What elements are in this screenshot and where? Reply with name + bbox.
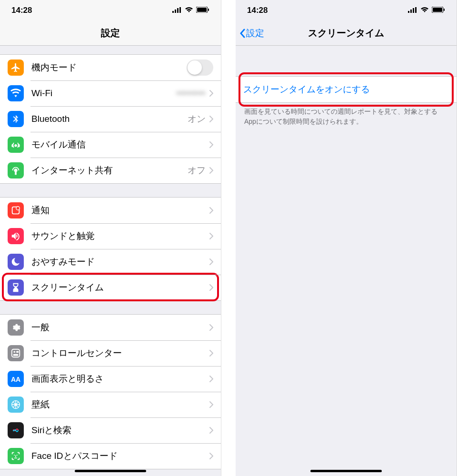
status-bar: 14:28 xyxy=(236,0,457,21)
bluetooth-icon xyxy=(8,111,24,127)
row-value: •••••••• xyxy=(177,88,206,99)
wifi-icon xyxy=(185,6,193,15)
action-label: スクリーンタイムをオンにする xyxy=(243,83,449,96)
signal-icon xyxy=(172,6,182,15)
row-label: コントロールセンター xyxy=(31,347,209,359)
chevron-right-icon xyxy=(209,284,213,291)
back-button[interactable]: 設定 xyxy=(239,27,264,40)
status-icons xyxy=(172,6,209,15)
settings-row-notifications[interactable]: 通知 xyxy=(0,198,221,223)
row-label: 機内モード xyxy=(31,61,187,74)
footer-description: 画面を見ている時間についての週間レポートを見て、対象とするAppについて制限時間… xyxy=(236,103,457,130)
svg-rect-11 xyxy=(16,351,19,353)
row-label: Face IDとパスコード xyxy=(31,450,209,462)
cellular-icon xyxy=(8,137,24,153)
svg-rect-19 xyxy=(408,11,409,13)
svg-rect-22 xyxy=(415,7,417,13)
svg-text:AA: AA xyxy=(11,376,20,383)
svg-rect-1 xyxy=(175,10,176,13)
action-list: スクリーンタイムをオンにする xyxy=(236,76,457,103)
chevron-right-icon xyxy=(209,141,213,148)
hotspot-icon xyxy=(8,162,24,178)
settings-group: 機内モードWi-Fi••••••••Bluetoothオンモバイル通信インターネ… xyxy=(0,54,221,184)
chevron-left-icon xyxy=(239,29,245,38)
row-label: スクリーンタイム xyxy=(31,281,209,294)
svg-rect-2 xyxy=(177,8,179,13)
svg-rect-20 xyxy=(410,10,412,13)
signal-icon xyxy=(408,6,417,15)
general-icon xyxy=(8,319,24,336)
chevron-right-icon xyxy=(209,90,213,97)
svg-rect-25 xyxy=(444,9,445,11)
svg-point-17 xyxy=(14,455,15,456)
svg-rect-12 xyxy=(13,354,19,356)
chevron-right-icon xyxy=(209,453,213,459)
settings-row-wifi[interactable]: Wi-Fi•••••••• xyxy=(0,80,221,106)
chevron-right-icon xyxy=(209,207,213,214)
page-title: 設定 xyxy=(101,27,120,40)
svg-rect-6 xyxy=(208,9,209,11)
chevron-right-icon xyxy=(209,350,213,357)
settings-screen: 14:28 設定 機内モードWi-Fi••••••••Bluetoothオンモバ… xyxy=(0,0,221,476)
chevron-right-icon xyxy=(209,376,213,382)
settings-row-screentime[interactable]: スクリーンタイム xyxy=(0,275,221,300)
row-value: オン xyxy=(188,113,206,125)
status-icons xyxy=(408,6,445,15)
status-time: 14:28 xyxy=(11,6,32,15)
svg-rect-0 xyxy=(172,11,174,13)
wallpaper-icon xyxy=(8,397,24,413)
chevron-right-icon xyxy=(209,116,213,122)
dnd-icon xyxy=(8,254,24,270)
row-label: Wi-Fi xyxy=(31,88,177,99)
row-label: Siriと検索 xyxy=(31,424,209,436)
status-time: 14:28 xyxy=(247,6,268,15)
screentime-icon xyxy=(8,279,24,296)
settings-row-hotspot[interactable]: インターネット共有オフ xyxy=(0,158,221,183)
row-label: 一般 xyxy=(31,321,209,334)
row-label: モバイル通信 xyxy=(31,139,209,151)
siri-icon xyxy=(8,422,24,438)
status-bar: 14:28 xyxy=(0,0,221,21)
svg-rect-21 xyxy=(413,8,414,13)
settings-row-display[interactable]: AA画面表示と明るさ xyxy=(0,366,221,392)
row-label: インターネット共有 xyxy=(31,164,188,177)
svg-rect-24 xyxy=(433,8,442,12)
wifi-icon xyxy=(8,85,24,101)
svg-rect-3 xyxy=(179,7,181,13)
settings-row-bluetooth[interactable]: Bluetoothオン xyxy=(0,106,221,132)
row-label: 画面表示と明るさ xyxy=(31,373,209,385)
row-label: 通知 xyxy=(31,204,209,217)
page-title: スクリーンタイム xyxy=(308,27,384,40)
chevron-right-icon xyxy=(209,233,213,239)
settings-group: 一般コントロールセンターAA画面表示と明るさ壁紙Siriと検索Face IDとパ… xyxy=(0,314,221,469)
screentime-screen: 14:28 設定 スクリーンタイム スクリーンタイムをオンにする 画面を見ている… xyxy=(236,0,457,476)
svg-point-18 xyxy=(17,455,18,456)
svg-point-8 xyxy=(16,207,20,210)
controlcenter-icon xyxy=(8,345,24,361)
home-indicator[interactable] xyxy=(310,470,382,472)
row-label: 壁紙 xyxy=(31,398,209,411)
home-indicator[interactable] xyxy=(75,470,146,472)
chevron-right-icon xyxy=(209,258,213,265)
row-label: おやすみモード xyxy=(31,256,209,268)
svg-point-10 xyxy=(13,351,15,353)
settings-row-dnd[interactable]: おやすみモード xyxy=(0,249,221,275)
battery-icon xyxy=(196,6,209,15)
settings-row-cellular[interactable]: モバイル通信 xyxy=(0,132,221,158)
settings-row-general[interactable]: 一般 xyxy=(0,315,221,340)
settings-row-faceid[interactable]: Face IDとパスコード xyxy=(0,443,221,469)
row-label: サウンドと触覚 xyxy=(31,230,209,242)
toggle-switch[interactable] xyxy=(187,60,213,76)
turn-on-screentime-button[interactable]: スクリーンタイムをオンにする xyxy=(236,77,457,102)
settings-row-airplane[interactable]: 機内モード xyxy=(0,55,221,80)
settings-row-siri[interactable]: Siriと検索 xyxy=(0,417,221,443)
notifications-icon xyxy=(8,202,24,218)
chevron-right-icon xyxy=(209,324,213,331)
nav-bar: 設定 スクリーンタイム xyxy=(236,21,457,46)
chevron-right-icon xyxy=(209,427,213,434)
sounds-icon xyxy=(8,228,24,244)
settings-row-controlcenter[interactable]: コントロールセンター xyxy=(0,340,221,366)
settings-group: 通知サウンドと触覚おやすみモードスクリーンタイム xyxy=(0,197,221,301)
settings-row-sounds[interactable]: サウンドと触覚 xyxy=(0,223,221,249)
settings-row-wallpaper[interactable]: 壁紙 xyxy=(0,392,221,417)
